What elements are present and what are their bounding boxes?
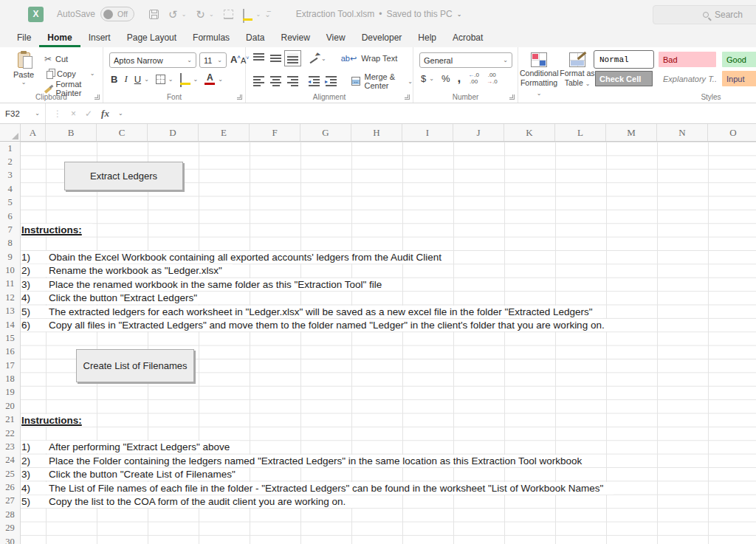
row-header-16[interactable]: 16 [0,345,20,359]
autosave-toggle[interactable]: Off [100,7,134,21]
undo-icon[interactable]: ↺ [168,9,178,20]
row-header-9[interactable]: 9 [0,250,20,264]
font-color-button[interactable]: A [205,73,215,85]
row-header-28[interactable]: 28 [0,508,20,521]
increase-decimal-button[interactable]: ←.0.00 [468,72,479,85]
comma-style-button[interactable]: , [458,75,461,82]
column-header-O[interactable]: O [708,124,756,141]
font-name-select[interactable]: Aptos Narrow ⌄ [109,52,196,68]
paste-button[interactable]: Paste ⌄ [9,52,38,86]
enter-icon[interactable]: ✓ [85,109,92,119]
column-header-M[interactable]: M [606,124,657,141]
align-right-button[interactable] [287,76,298,86]
merge-center-dropdown-icon[interactable]: ⌄ [408,78,413,85]
select-all-corner[interactable] [0,124,21,141]
customize-qat-icon[interactable]: ⌄̅ [264,10,270,18]
column-header-B[interactable]: B [46,124,97,141]
currency-button[interactable]: $ [421,73,426,84]
fill-color-dropdown2-icon[interactable]: ⌄ [193,76,199,83]
name-box-dropdown-icon[interactable]: ⌄ [35,110,40,117]
row-header-2[interactable]: 2 [0,155,20,168]
tab-data[interactable]: Data [238,30,272,47]
increase-font-size-button[interactable]: A˄ [230,54,240,65]
column-header-J[interactable]: J [453,124,504,141]
increase-indent-button[interactable]: ▸ [326,76,337,86]
percent-button[interactable]: % [441,73,450,84]
tab-developer[interactable]: Developer [354,30,410,47]
column-header-L[interactable]: L [555,124,606,141]
row-header-14[interactable]: 14 [0,318,20,331]
tab-review[interactable]: Review [272,30,317,47]
paste-dropdown-icon[interactable]: ⌄ [9,79,38,86]
row-header-18[interactable]: 18 [0,372,20,385]
column-header-N[interactable]: N [657,124,708,141]
align-middle-button[interactable] [270,53,281,63]
copy-button[interactable]: Copy ⌄ [44,68,103,79]
align-center-button[interactable] [270,76,281,86]
align-left-button[interactable] [253,76,264,86]
italic-button[interactable]: I [124,73,127,85]
row-header-15[interactable]: 15 [0,331,20,345]
save-icon[interactable] [149,10,159,19]
number-dialog-launcher-icon[interactable] [509,94,515,100]
formula-menu-dots-icon[interactable]: ⋮ [53,109,62,119]
column-header-F[interactable]: F [250,124,300,141]
underline-dropdown-icon[interactable]: ⌄ [144,76,149,83]
insert-function-icon[interactable]: fx [101,108,109,120]
fill-color-qat-icon[interactable] [243,10,252,19]
underline-button[interactable]: U [134,74,141,85]
row-header-7[interactable]: 7 [0,223,20,236]
align-bottom-button[interactable] [287,53,298,63]
row-header-10[interactable]: 10 [0,264,20,277]
decrease-indent-button[interactable]: ◂ [309,76,320,86]
tab-page-layout[interactable]: Page Layout [119,30,185,47]
create-list-of-filenames-button[interactable]: Create List of Filenames [76,349,194,382]
row-header-19[interactable]: 19 [0,386,20,399]
row-header-27[interactable]: 27 [0,495,20,508]
tab-view[interactable]: View [318,30,354,47]
align-top-button[interactable] [253,53,264,63]
style-chip-check-cell[interactable]: Check Cell [595,71,653,86]
column-header-C[interactable]: C [97,124,148,141]
borders-dropdown-icon[interactable]: ⌄ [168,76,173,83]
style-chip-normal[interactable]: Normal [595,52,653,67]
tab-home[interactable]: Home [39,30,80,47]
row-header-11[interactable]: 11 [0,278,20,291]
font-color-dropdown-icon[interactable]: ⌄ [218,76,223,83]
row-header-8[interactable]: 8 [0,237,20,250]
cut-button[interactable]: ✂ Cut [44,53,103,64]
row-header-5[interactable]: 5 [0,196,20,210]
row-header-1[interactable]: 1 [0,142,20,155]
clipboard-dialog-launcher-icon[interactable] [94,94,100,100]
row-header-3[interactable]: 3 [0,169,20,182]
excel-logo-icon[interactable]: X [28,7,44,22]
autosave-control[interactable]: AutoSave Off [57,7,134,21]
row-header-24[interactable]: 24 [0,454,20,467]
redo-dropdown-icon[interactable]: ⌄ [209,11,214,18]
row-header-26[interactable]: 26 [0,481,20,494]
merge-center-button[interactable]: ↔ Merge & Center ⌄ [351,72,413,90]
cancel-icon[interactable]: × [71,109,76,119]
style-chip-bad[interactable]: Bad [659,52,716,67]
tab-formulas[interactable]: Formulas [185,30,238,47]
tab-help[interactable]: Help [410,30,444,47]
number-format-select[interactable]: General ⌄ [419,52,512,68]
row-header-12[interactable]: 12 [0,291,20,304]
title-chevron-icon[interactable]: ⌄ [457,11,462,18]
undo-dropdown-icon[interactable]: ⌄ [182,11,187,18]
bold-button[interactable]: B [111,74,117,85]
alignment-dialog-launcher-icon[interactable] [405,94,410,100]
column-header-H[interactable]: H [351,124,402,141]
orientation-dropdown-icon[interactable]: ⌄ [321,55,326,62]
formula-input[interactable] [131,103,756,123]
dotted-borders-icon[interactable] [224,10,233,19]
row-header-4[interactable]: 4 [0,182,20,196]
borders-button[interactable] [156,75,165,84]
format-as-table-button[interactable]: Format as Table ⌄ [558,52,597,88]
decrease-decimal-button[interactable]: .00→.0 [487,72,498,85]
style-chip-input[interactable]: Input [722,71,756,86]
font-dialog-launcher-icon[interactable] [237,94,242,100]
row-header-6[interactable]: 6 [0,210,20,223]
conditional-formatting-button[interactable]: Conditional Formatting ⌄ [520,52,558,97]
wrap-text-button[interactable]: ab↩ Wrap Text [341,54,398,63]
